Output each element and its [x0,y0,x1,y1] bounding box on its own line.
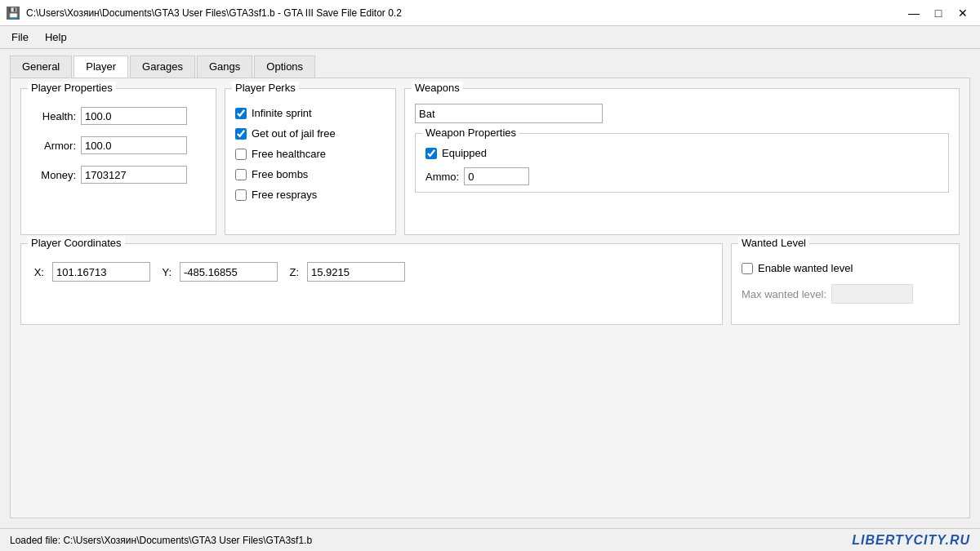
player-coordinates-panel: Player Coordinates X: Y: Z: [20,243,723,325]
ammo-row: Ammo: [425,167,938,185]
perk-healthcare-label: Free healthcare [252,148,326,160]
tab-bar: General Player Garages Gangs Options [0,49,980,78]
health-label: Health: [31,110,76,122]
x-label: X: [31,266,44,278]
y-input[interactable] [180,262,278,282]
player-properties-panel: Player Properties Health: Armor: Money: [20,88,216,235]
player-perks-panel: Player Perks Infinite sprint Get out of … [225,88,396,235]
status-logo: LIBERTYCITY.RU [852,533,970,548]
player-properties-title: Player Properties [28,82,116,94]
health-input[interactable] [81,107,187,125]
main-content: Player Properties Health: Armor: Money: … [0,78,980,528]
y-label: Y: [158,266,172,278]
tab-player[interactable]: Player [74,56,128,78]
wanted-level-title: Wanted Level [738,237,809,249]
perk-resprays-label: Free resprays [252,189,317,201]
money-row: Money: [31,166,206,184]
money-label: Money: [31,169,76,181]
status-bar: Loaded file: C:\Users\Хозяин\Documents\G… [0,528,980,551]
window-controls: — □ ✕ [903,5,973,21]
perk-jail-free: Get out of jail free [235,127,385,140]
max-wanted-row: Max wanted level: 1 2 3 4 5 6 [742,284,949,304]
armor-input[interactable] [81,136,187,154]
app-icon: 💾 [7,7,20,20]
perk-infinite-sprint: Infinite sprint [235,107,385,119]
perk-jail-free-checkbox[interactable] [235,128,247,140]
weapons-panel: Weapons Bat Pistol Shotgun Uzi AK47 M16 … [404,88,960,235]
perk-infinite-sprint-label: Infinite sprint [252,107,312,119]
tab-garages[interactable]: Garages [130,56,195,78]
content-area: Player Properties Health: Armor: Money: … [10,78,970,518]
menu-bar: File Help [0,26,980,49]
x-input[interactable] [52,262,150,282]
equipped-row: Equipped [425,147,938,159]
armor-label: Armor: [31,140,76,152]
tab-gangs[interactable]: Gangs [197,56,252,78]
perk-bombs-checkbox[interactable] [235,169,247,180]
wanted-enable-checkbox[interactable] [742,263,753,274]
max-wanted-select[interactable]: 1 2 3 4 5 6 [831,284,913,304]
top-row: Player Properties Health: Armor: Money: … [20,88,960,235]
close-button[interactable]: ✕ [952,5,973,21]
weapon-select[interactable]: Bat Pistol Shotgun Uzi AK47 M16 Sniper R… [415,104,603,123]
title-bar: 💾 C:\Users\Хозяин\Documents\GTA3 User Fi… [0,0,980,26]
money-input[interactable] [81,166,187,184]
perk-healthcare: Free healthcare [235,148,385,160]
menu-help[interactable]: Help [37,28,75,47]
coordinates-row: X: Y: Z: [31,262,712,282]
player-perks-title: Player Perks [232,82,299,94]
minimize-button[interactable]: — [903,5,924,21]
title-bar-left: 💾 C:\Users\Хозяин\Documents\GTA3 User Fi… [7,7,402,20]
maximize-button[interactable]: □ [928,5,949,21]
wanted-level-panel: Wanted Level Enable wanted level Max wan… [731,243,960,325]
perk-jail-free-label: Get out of jail free [252,127,336,140]
tab-general[interactable]: General [10,56,72,78]
perk-bombs: Free bombs [235,168,385,180]
wanted-enable-row: Enable wanted level [742,262,949,274]
z-input[interactable] [307,262,405,282]
player-coordinates-title: Player Coordinates [28,237,125,249]
bottom-row: Player Coordinates X: Y: Z: Wanted Level… [20,243,960,508]
window-title: C:\Users\Хозяин\Documents\GTA3 User File… [26,7,402,19]
weapon-properties-group: Weapon Properties Equipped Ammo: [415,133,949,193]
max-wanted-label: Max wanted level: [742,288,826,300]
weapons-title: Weapons [412,82,463,94]
armor-row: Armor: [31,136,206,154]
equipped-label: Equipped [442,147,487,159]
perk-bombs-label: Free bombs [252,168,308,180]
weapon-properties-title: Weapon Properties [422,127,519,139]
health-row: Health: [31,107,206,125]
perk-infinite-sprint-checkbox[interactable] [235,108,247,119]
perk-healthcare-checkbox[interactable] [235,149,247,160]
ammo-input[interactable] [464,167,529,185]
perk-resprays-checkbox[interactable] [235,189,247,201]
menu-file[interactable]: File [3,28,37,47]
ammo-label: Ammo: [425,171,459,183]
status-text: Loaded file: C:\Users\Хозяин\Documents\G… [10,535,312,546]
z-label: Z: [286,266,299,278]
wanted-enable-label: Enable wanted level [758,262,853,274]
equipped-checkbox[interactable] [425,148,437,159]
perk-resprays: Free resprays [235,189,385,201]
tab-options[interactable]: Options [254,56,315,78]
